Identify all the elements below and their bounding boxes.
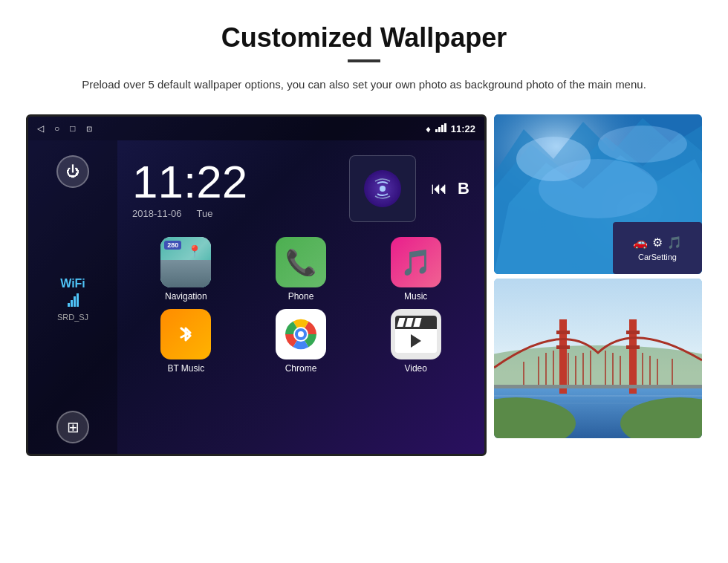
chrome-icon — [276, 309, 326, 359]
wifi-widget: WiFi SRD_SJ — [57, 277, 88, 322]
app-phone[interactable]: 📞 Phone — [247, 237, 355, 302]
svg-rect-42 — [494, 385, 702, 388]
svg-rect-24 — [556, 345, 570, 349]
wifi-icon — [435, 123, 446, 134]
settings-icon-mini: ⚙ — [652, 235, 663, 250]
center-content: 11:22 2018-11-06 Tue — [117, 140, 484, 456]
bt-music-icon — [160, 309, 211, 359]
status-bar-left: ◁ ○ □ ⊡ — [37, 123, 92, 134]
media-widget — [349, 155, 416, 222]
music-symbol: 🎵 — [400, 247, 432, 277]
wallpaper-preview-bridge[interactable] — [494, 279, 702, 438]
bluetooth-symbol — [172, 320, 200, 348]
android-screen: ◁ ○ □ ⊡ ⬧ 11:22 — [26, 114, 487, 456]
status-time: 11:22 — [451, 123, 475, 134]
bridge-scene — [494, 279, 702, 438]
car-setting-mini-preview: 🚗 ⚙ 🎵 CarSetting — [613, 222, 702, 274]
page-wrapper: Customized Wallpaper Preload over 5 defa… — [0, 0, 728, 471]
power-icon: ⏻ — [66, 164, 79, 180]
nav-home-icon[interactable]: ○ — [54, 123, 59, 134]
svg-rect-23 — [556, 331, 570, 334]
svg-point-14 — [598, 126, 687, 163]
phone-icon: 📞 — [276, 237, 326, 287]
status-bar-right: ⬧ 11:22 — [425, 123, 475, 134]
wifi-ssid: SRD_SJ — [57, 313, 88, 322]
app-bt-music[interactable]: BT Music — [132, 309, 240, 374]
page-title: Customized Wallpaper — [221, 22, 507, 53]
chrome-label: Chrome — [285, 363, 317, 374]
nav-pin-icon: 📍 — [187, 244, 202, 258]
media-track-label: B — [458, 179, 469, 198]
music-icon-mini: 🎵 — [667, 235, 682, 250]
apps-grid-icon: ⊞ — [67, 418, 79, 436]
app-video[interactable]: Video — [362, 309, 469, 374]
chrome-symbol — [282, 316, 319, 353]
bt-music-label: BT Music — [167, 363, 204, 374]
android-screen-container: ◁ ○ □ ⊡ ⬧ 11:22 — [26, 114, 702, 456]
nav-back-icon[interactable]: ◁ — [37, 123, 44, 134]
title-divider — [348, 59, 380, 62]
nav-badge: 280 — [164, 241, 181, 250]
apps-button[interactable]: ⊞ — [56, 411, 89, 443]
wallpaper-panels: 🚗 ⚙ 🎵 CarSetting — [494, 114, 702, 438]
clock-time: 11:22 — [132, 159, 334, 205]
svg-rect-26 — [626, 345, 640, 349]
bridge-svg — [494, 279, 702, 438]
left-sidebar: ⏻ WiFi SRD_SJ — [28, 140, 117, 456]
app-music[interactable]: 🎵 Music — [362, 237, 469, 302]
music-icon: 🎵 — [391, 237, 441, 287]
page-description: Preload over 5 default wallpaper options… — [82, 76, 646, 94]
app-chrome[interactable]: Chrome — [247, 309, 355, 374]
car-setting-label-mini: CarSetting — [638, 253, 677, 261]
clock-date: 2018-11-06 — [132, 208, 182, 219]
video-icon — [391, 309, 441, 359]
svg-rect-25 — [626, 331, 640, 334]
main-content: ⏻ WiFi SRD_SJ — [28, 140, 484, 456]
wifi-signal-bars — [57, 293, 88, 310]
clock-day: Tue — [197, 208, 213, 219]
wallpaper-preview-ice[interactable]: 🚗 ⚙ 🎵 CarSetting — [494, 114, 702, 274]
clock-info: 11:22 2018-11-06 Tue — [132, 159, 334, 219]
phone-symbol: 📞 — [285, 247, 316, 277]
app-navigation[interactable]: 280 📍 Navigation — [132, 237, 240, 302]
clapperboard-icon — [395, 316, 437, 353]
media-icon — [364, 170, 401, 207]
phone-label: Phone — [288, 291, 314, 302]
navigation-label: Navigation — [165, 291, 207, 302]
wifi-label: WiFi — [57, 277, 88, 290]
nav-screenshot-icon[interactable]: ⊡ — [86, 125, 92, 133]
power-button[interactable]: ⏻ — [56, 155, 89, 188]
car-icon: 🚗 — [633, 235, 648, 250]
radio-tower-icon — [371, 178, 394, 200]
status-bar: ◁ ○ □ ⊡ ⬧ 11:22 — [28, 117, 484, 140]
music-label: Music — [404, 291, 427, 302]
video-label: Video — [404, 363, 426, 374]
nav-recent-icon[interactable]: □ — [70, 123, 75, 134]
location-icon: ⬧ — [425, 123, 431, 134]
media-controls: ⏮ B — [431, 179, 469, 198]
svg-point-6 — [298, 331, 304, 337]
navigation-icon: 280 📍 — [160, 237, 211, 287]
svg-point-15 — [539, 159, 657, 218]
clock-area: 11:22 2018-11-06 Tue — [125, 148, 477, 237]
app-grid: 280 📍 Navigation 📞 Phone — [125, 237, 477, 374]
clock-date-row: 2018-11-06 Tue — [132, 208, 334, 219]
prev-track-icon[interactable]: ⏮ — [431, 179, 447, 198]
